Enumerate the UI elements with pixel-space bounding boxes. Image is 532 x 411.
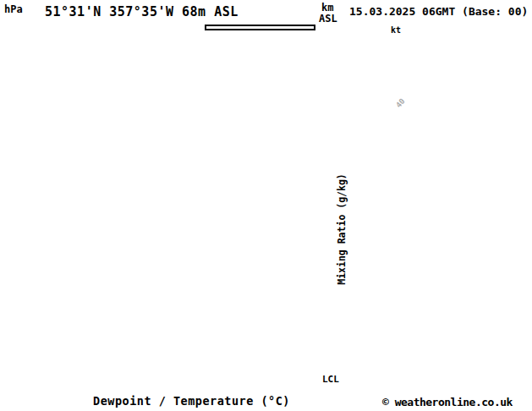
copyright: © weatheronline.co.uk	[382, 396, 513, 408]
mixing-ratio-axis-label: Mixing Ratio (g/kg)	[336, 173, 348, 285]
datetime-label: 15.03.2025 06GMT (Base: 00)	[349, 5, 528, 18]
lcl-label: LCL	[322, 374, 339, 385]
skewt-sounding-page: hPa 51°31'N 357°35'W 68m ASL 15.03.2025 …	[0, 0, 532, 411]
legend	[205, 25, 315, 30]
km-axis-unit: km	[321, 2, 333, 14]
page-title: 51°31'N 357°35'W 68m ASL	[45, 4, 239, 19]
asl-axis-unit: ASL	[319, 13, 337, 25]
pressure-axis-unit: hPa	[4, 3, 23, 15]
x-axis-label: Dewpoint / Temperature (°C)	[93, 394, 290, 408]
skewt-plot-canvas	[0, 0, 532, 411]
hodograph-unit-label: kt	[391, 25, 401, 35]
